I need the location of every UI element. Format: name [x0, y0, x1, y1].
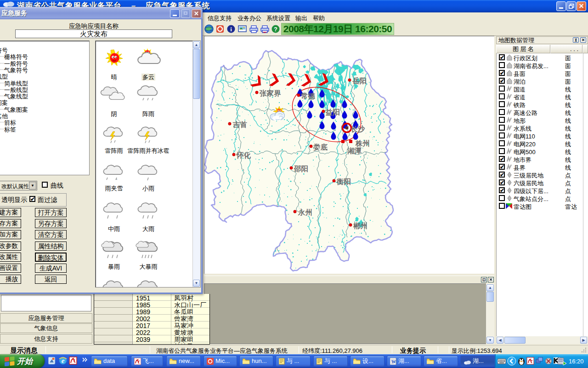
svg-text:衡阳: 衡阳	[336, 178, 351, 185]
svg-text:张家界: 张家界	[260, 89, 281, 97]
svg-text:常德: 常德	[301, 92, 316, 100]
svg-text:W: W	[391, 359, 396, 364]
svg-text:娄底: 娄底	[313, 143, 328, 151]
svg-text:湘潭: 湘潭	[347, 147, 362, 155]
svg-text:i: i	[230, 26, 232, 33]
svg-text:岳阳: 岳阳	[352, 77, 367, 85]
svg-text:郴州: 郴州	[353, 222, 368, 230]
svg-text:益阳: 益阳	[325, 108, 340, 116]
svg-text:?: ?	[274, 26, 277, 33]
svg-text:*: *	[116, 178, 118, 182]
svg-text:邵阳: 邵阳	[294, 165, 308, 172]
svg-text:怀化: 怀化	[236, 151, 251, 159]
svg-text:永州: 永州	[298, 208, 312, 216]
svg-text:吉首: 吉首	[232, 121, 248, 128]
svg-text:长沙: 长沙	[351, 125, 365, 133]
svg-text:株州: 株州	[355, 139, 370, 147]
